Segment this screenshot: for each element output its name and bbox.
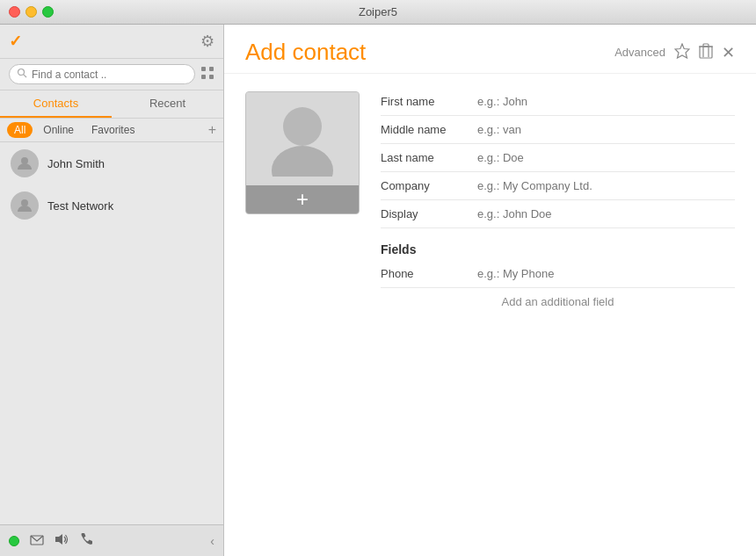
mail-icon[interactable] bbox=[30, 533, 44, 548]
avatar bbox=[11, 149, 39, 177]
sidebar-top: ✓ ⚙ bbox=[0, 25, 223, 59]
photo-add-bar[interactable]: + bbox=[246, 185, 359, 213]
contact-photo-box: + bbox=[245, 91, 360, 214]
search-input-wrap[interactable] bbox=[9, 64, 195, 84]
svg-point-0 bbox=[18, 69, 25, 76]
right-panel-header: Add contact Advanced bbox=[224, 25, 756, 74]
sub-tabs: All Online Favorites + bbox=[0, 119, 223, 142]
svg-marker-10 bbox=[675, 44, 689, 58]
form-row-phone: Phone bbox=[381, 264, 735, 288]
avatar-section: + bbox=[245, 91, 360, 538]
speaker-icon[interactable] bbox=[55, 533, 69, 548]
traffic-lights bbox=[9, 6, 54, 18]
status-dot bbox=[9, 536, 19, 546]
form-row-company: Company bbox=[381, 176, 735, 200]
subtab-favorites[interactable]: Favorites bbox=[84, 122, 142, 138]
sidebar: ✓ ⚙ bbox=[0, 25, 224, 556]
form-row-middlename: Middle name bbox=[381, 119, 735, 144]
bottom-bar: ‹ bbox=[0, 524, 223, 556]
firstname-input[interactable] bbox=[477, 91, 735, 112]
add-contact-button[interactable]: + bbox=[208, 122, 216, 138]
main-container: ✓ ⚙ bbox=[0, 25, 756, 556]
title-bar: Zoiper5 bbox=[0, 0, 756, 25]
avatar bbox=[11, 191, 39, 220]
maximize-button[interactable] bbox=[42, 6, 54, 18]
svg-point-6 bbox=[21, 157, 28, 164]
grid-icon[interactable] bbox=[200, 66, 214, 83]
right-panel: Add contact Advanced bbox=[224, 25, 756, 556]
svg-rect-5 bbox=[209, 75, 214, 79]
list-item[interactable]: Test Network bbox=[0, 184, 223, 227]
phone-icon[interactable] bbox=[79, 532, 93, 549]
phone-input[interactable] bbox=[477, 264, 735, 284]
middlename-input[interactable] bbox=[477, 119, 735, 140]
photo-add-icon: + bbox=[296, 189, 309, 210]
close-icon[interactable]: ✕ bbox=[722, 43, 735, 62]
gear-icon[interactable]: ⚙ bbox=[200, 32, 214, 51]
svg-rect-15 bbox=[703, 44, 709, 47]
form-fields: First name Middle name Last name Company bbox=[381, 91, 735, 538]
list-item[interactable]: John Smith bbox=[0, 142, 223, 184]
firstname-label: First name bbox=[381, 95, 477, 108]
minimize-button[interactable] bbox=[25, 6, 37, 18]
svg-point-17 bbox=[272, 146, 333, 177]
fields-section-title: Fields bbox=[381, 242, 735, 256]
contact-name: Test Network bbox=[47, 199, 113, 213]
tab-recent[interactable]: Recent bbox=[112, 90, 223, 118]
bottom-icons bbox=[9, 532, 93, 549]
search-icon bbox=[17, 68, 27, 81]
form-row-lastname: Last name bbox=[381, 148, 735, 172]
svg-point-7 bbox=[21, 199, 28, 206]
checkmark-icon: ✓ bbox=[9, 32, 22, 51]
svg-point-16 bbox=[283, 107, 322, 146]
contact-name: John Smith bbox=[47, 157, 105, 170]
advanced-label[interactable]: Advanced bbox=[614, 46, 665, 59]
svg-rect-2 bbox=[201, 67, 206, 71]
star-icon[interactable] bbox=[674, 43, 690, 62]
contact-list: John Smith Test Network bbox=[0, 142, 223, 524]
window-title: Zoiper5 bbox=[359, 5, 397, 18]
svg-rect-4 bbox=[201, 75, 206, 79]
add-field-link[interactable]: Add an additional field bbox=[381, 295, 735, 308]
form-row-firstname: First name bbox=[381, 91, 735, 116]
page-title: Add contact bbox=[245, 39, 366, 66]
close-button[interactable] bbox=[9, 6, 20, 18]
svg-marker-9 bbox=[55, 534, 62, 545]
display-input[interactable] bbox=[477, 204, 735, 224]
tab-contacts[interactable]: Contacts bbox=[0, 90, 112, 118]
form-area: + First name Middle name Last name bbox=[224, 74, 756, 556]
photo-avatar-area bbox=[246, 92, 359, 185]
header-actions: Advanced ✕ bbox=[614, 43, 735, 62]
form-row-display: Display bbox=[381, 204, 735, 228]
company-label: Company bbox=[381, 179, 477, 192]
company-input[interactable] bbox=[477, 176, 735, 196]
lastname-label: Last name bbox=[381, 151, 477, 164]
delete-icon[interactable] bbox=[699, 43, 713, 62]
svg-line-1 bbox=[24, 75, 26, 77]
contact-tabs: Contacts Recent bbox=[0, 90, 223, 119]
middlename-label: Middle name bbox=[381, 123, 477, 136]
subtab-all[interactable]: All bbox=[7, 122, 33, 138]
display-label: Display bbox=[381, 207, 477, 220]
svg-rect-11 bbox=[700, 47, 712, 58]
svg-rect-3 bbox=[209, 67, 214, 71]
lastname-input[interactable] bbox=[477, 148, 735, 168]
search-input[interactable] bbox=[32, 69, 187, 81]
phone-label: Phone bbox=[381, 267, 477, 280]
subtab-online[interactable]: Online bbox=[36, 122, 81, 138]
collapse-arrow[interactable]: ‹ bbox=[210, 534, 214, 548]
search-bar bbox=[0, 59, 223, 90]
